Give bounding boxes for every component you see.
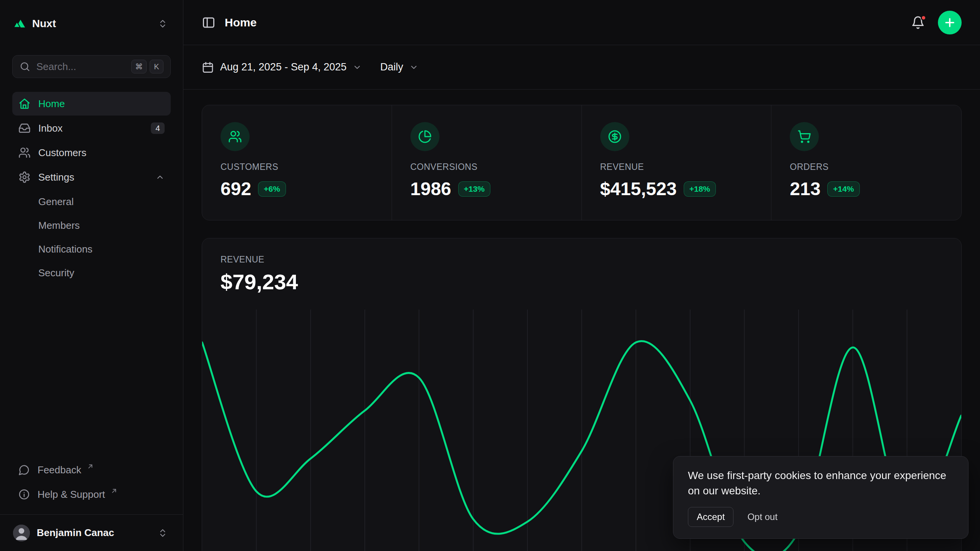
stat-value: 1986 <box>410 178 451 199</box>
sidebar-item-security[interactable]: Security <box>12 261 171 285</box>
stat-delta-badge: +18% <box>684 181 716 197</box>
dollar-circle-icon <box>600 122 629 151</box>
stat-label: CUSTOMERS <box>220 162 373 172</box>
chevron-up-icon <box>155 173 165 182</box>
stats-summary-card: CUSTOMERS 692 +6% CONVERSIONS 1986 +13% <box>202 105 962 220</box>
chat-bubble-icon <box>18 464 30 476</box>
notification-dot <box>921 15 926 21</box>
user-name: Benjamin Canac <box>37 527 151 539</box>
stat-customers[interactable]: CUSTOMERS 692 +6% <box>202 105 392 220</box>
sidebar-item-label: Settings <box>38 171 74 183</box>
sidebar: Nuxt Search... ⌘ K Home <box>0 0 183 551</box>
sidebar-item-label: Inbox <box>38 122 63 134</box>
user-menu[interactable]: Benjamin Canac <box>0 514 183 551</box>
nuxt-logo-icon <box>13 17 26 30</box>
external-link-icon <box>110 487 118 495</box>
cookie-optout-button[interactable]: Opt out <box>747 512 777 522</box>
external-link-icon <box>87 463 94 470</box>
sidebar-item-label: Help & Support <box>38 489 105 500</box>
stat-orders[interactable]: ORDERS 213 +14% <box>771 105 961 220</box>
search-icon <box>20 61 30 72</box>
cookie-message: We use first-party cookies to enhance yo… <box>688 468 954 499</box>
settings-subnav: General Members Notifications Security <box>12 190 171 285</box>
stat-label: ORDERS <box>790 162 943 172</box>
sidebar-spacer <box>0 285 183 459</box>
sidebar-item-label: Members <box>38 220 80 231</box>
top-header: Home <box>183 0 980 45</box>
sidebar-footer: Feedback Help & Support <box>0 459 183 514</box>
sidebar-item-inbox[interactable]: Inbox 4 <box>12 116 171 140</box>
stat-revenue[interactable]: REVENUE $415,523 +18% <box>582 105 772 220</box>
cookie-accept-button[interactable]: Accept <box>688 507 733 527</box>
stat-conversions[interactable]: CONVERSIONS 1986 +13% <box>392 105 582 220</box>
sidebar-item-home[interactable]: Home <box>12 92 171 116</box>
sidebar-item-label: Notifications <box>38 243 93 255</box>
date-range-label: Aug 21, 2025 - Sep 4, 2025 <box>220 61 346 73</box>
sidebar-item-settings[interactable]: Settings <box>12 165 171 189</box>
users-icon <box>220 122 250 151</box>
plus-icon <box>943 16 956 29</box>
stat-label: CONVERSIONS <box>410 162 563 172</box>
sidebar-item-notifications[interactable]: Notifications <box>12 237 171 261</box>
users-icon <box>18 147 31 159</box>
sidebar-item-members[interactable]: Members <box>12 214 171 237</box>
gear-icon <box>18 171 31 183</box>
sidebar-item-feedback[interactable]: Feedback <box>12 459 171 481</box>
sidebar-item-label: Home <box>38 98 65 110</box>
info-circle-icon <box>18 489 30 500</box>
add-button[interactable] <box>938 11 962 34</box>
date-range-picker[interactable]: Aug 21, 2025 - Sep 4, 2025 <box>202 61 362 73</box>
chevron-down-icon <box>353 63 362 72</box>
stat-delta-badge: +14% <box>827 181 859 197</box>
pie-chart-icon <box>410 122 439 151</box>
page-title: Home <box>225 16 256 29</box>
sidebar-item-label: Customers <box>38 147 87 159</box>
sidebar-toggle-icon[interactable] <box>202 16 216 29</box>
sidebar-item-help-support[interactable]: Help & Support <box>12 484 171 505</box>
sidebar-nav: Home Inbox 4 Customers Settings <box>0 92 183 285</box>
sidebar-item-customers[interactable]: Customers <box>12 141 171 165</box>
search-placeholder: Search... <box>36 61 125 73</box>
kbd-k: K <box>150 60 163 73</box>
sidebar-item-label: General <box>38 196 74 208</box>
inbox-count-badge: 4 <box>151 122 165 134</box>
workspace-selector[interactable]: Nuxt <box>0 11 183 37</box>
stat-value: 213 <box>790 178 820 199</box>
sidebar-item-label: Feedback <box>38 464 81 476</box>
revenue-chart-value: $79,234 <box>220 269 943 294</box>
sidebar-item-general[interactable]: General <box>12 190 171 214</box>
calendar-icon <box>202 61 214 73</box>
notifications-button[interactable] <box>911 15 926 30</box>
stat-delta-badge: +13% <box>458 181 490 197</box>
stat-delta-badge: +6% <box>258 181 286 197</box>
stat-value: 692 <box>220 178 251 199</box>
search-shortcut: ⌘ K <box>131 60 163 73</box>
inbox-icon <box>18 122 31 134</box>
search-input[interactable]: Search... ⌘ K <box>12 55 171 78</box>
sidebar-item-label: Security <box>38 267 74 279</box>
chevrons-up-down-icon <box>158 19 168 29</box>
home-icon <box>18 98 31 110</box>
avatar <box>13 525 30 541</box>
cookie-banner: We use first-party cookies to enhance yo… <box>673 456 969 539</box>
cart-icon <box>790 122 819 151</box>
stat-label: REVENUE <box>600 162 753 172</box>
chevron-down-icon <box>409 63 418 72</box>
workspace-name: Nuxt <box>32 18 56 30</box>
stat-value: $415,523 <box>600 178 677 199</box>
chevrons-up-down-icon <box>158 528 168 538</box>
interval-label: Daily <box>380 61 403 73</box>
filter-bar: Aug 21, 2025 - Sep 4, 2025 Daily <box>183 45 980 90</box>
kbd-cmd: ⌘ <box>131 60 147 73</box>
revenue-chart-label: REVENUE <box>220 254 943 265</box>
interval-select[interactable]: Daily <box>380 61 418 73</box>
